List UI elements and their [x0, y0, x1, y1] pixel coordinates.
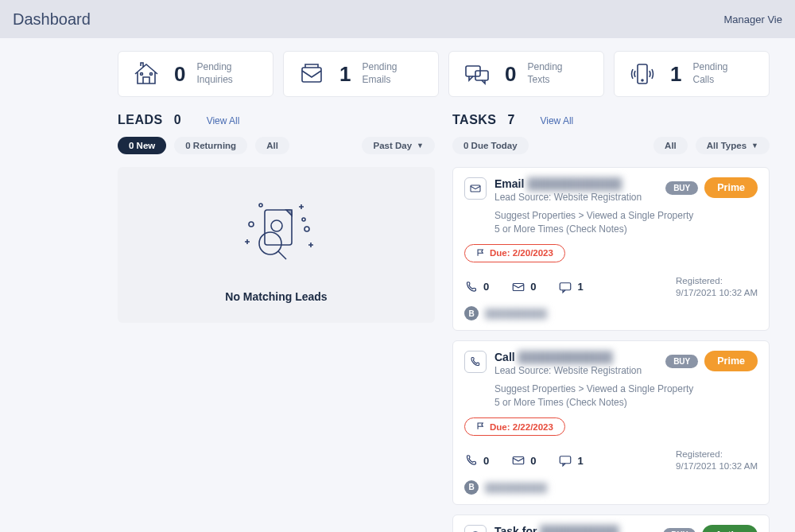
svg-point-8: [271, 220, 282, 231]
pending-emails-card[interactable]: 1 PendingEmails: [283, 51, 439, 97]
empty-illustration-icon: [221, 188, 332, 278]
registered-info: Registered:9/17/2021 10:32 AM: [676, 449, 758, 472]
svg-point-14: [259, 204, 262, 207]
lead-source: Lead Source: Website Registration: [494, 365, 657, 376]
pending-calls-card[interactable]: 1 PendingCalls: [614, 51, 770, 97]
phone-icon: [464, 351, 487, 373]
task-description: Suggest Properties > Viewed a Single Pro…: [494, 209, 701, 236]
leads-title: LEADS: [118, 113, 163, 127]
lead-source: Lead Source: Website Registration: [494, 192, 657, 203]
due-date-pill: Due: 2/20/2023: [464, 244, 565, 262]
texts-count: 0: [505, 62, 516, 87]
page-title: Dashboard: [13, 10, 91, 29]
house-icon: [130, 60, 163, 88]
leads-count: 0: [174, 113, 181, 127]
main-content: 0 PendingInquiries 1 PendingEmails 0 Pen…: [0, 38, 795, 532]
flag-icon: [476, 248, 485, 258]
manager-view-link[interactable]: Manager Vie: [724, 14, 782, 25]
inquiries-count: 0: [174, 62, 185, 87]
text-icon: [460, 60, 494, 88]
tasks-list: Email ████████████Lead Source: Website R…: [452, 167, 770, 532]
chevron-down-icon: ▼: [751, 142, 758, 150]
svg-rect-4: [475, 71, 488, 80]
emails-stat[interactable]: 0: [511, 280, 536, 294]
tasks-view-all-link[interactable]: View All: [540, 115, 573, 126]
agent-avatar[interactable]: B: [464, 480, 479, 495]
calls-stat[interactable]: 0: [464, 453, 489, 468]
svg-rect-15: [471, 185, 480, 192]
calls-count: 1: [670, 62, 681, 87]
svg-rect-2: [302, 68, 321, 82]
task-card[interactable]: Call ████████████Lead Source: Website Re…: [452, 340, 770, 504]
leads-filter-all[interactable]: All: [255, 137, 289, 154]
task-description: Suggest Properties > Viewed a Single Pro…: [494, 382, 701, 410]
task-card[interactable]: Email ████████████Lead Source: Website R…: [452, 167, 770, 331]
svg-point-9: [259, 232, 281, 254]
leads-filter-new[interactable]: 0 New: [118, 137, 166, 154]
pending-inquiries-card[interactable]: 0 PendingInquiries: [118, 51, 273, 97]
svg-point-6: [642, 80, 643, 81]
calls-label: PendingCalls: [692, 61, 727, 86]
tasks-title: TASKS: [452, 113, 497, 127]
texts-stat[interactable]: 1: [558, 280, 583, 294]
status-badge: Prime: [704, 177, 758, 198]
agent-avatar[interactable]: B: [464, 306, 479, 320]
svg-rect-17: [560, 282, 572, 289]
svg-rect-19: [560, 456, 572, 464]
top-bar: Dashboard Manager Vie: [0, 0, 795, 38]
clock-icon: [464, 525, 487, 532]
leads-range-dropdown[interactable]: Past Day▼: [362, 137, 435, 154]
emails-stat[interactable]: 0: [511, 453, 536, 468]
buy-badge: BUY: [663, 528, 696, 532]
calls-stat[interactable]: 0: [464, 280, 489, 294]
agent-name: ██████████: [485, 483, 547, 492]
task-title: Task for ██████████: [494, 525, 655, 532]
agent-name: ██████████: [485, 309, 547, 318]
leads-section: LEADS 0 View All 0 New 0 Returning All P…: [118, 113, 435, 532]
tasks-section: TASKS 7 View All 0 Due Today All All Typ…: [452, 113, 770, 532]
texts-label: PendingTexts: [527, 61, 562, 86]
pending-texts-card[interactable]: 0 PendingTexts: [448, 51, 604, 97]
task-card[interactable]: Task for ██████████Contact Delay: Februa…: [452, 515, 770, 532]
stat-cards-row: 0 PendingInquiries 1 PendingEmails 0 Pen…: [118, 51, 770, 97]
inquiries-label: PendingInquiries: [196, 61, 232, 86]
status-badge: Active: [702, 525, 758, 532]
phone-icon: [626, 60, 659, 88]
envelope-icon: [464, 177, 487, 200]
buy-badge: BUY: [665, 181, 698, 195]
svg-line-10: [278, 251, 286, 259]
texts-stat[interactable]: 1: [558, 453, 583, 468]
task-title: Email ████████████: [494, 177, 657, 190]
registered-info: Registered:9/17/2021 10:32 AM: [676, 275, 758, 299]
due-date-pill: Due: 2/22/2023: [464, 417, 565, 436]
tasks-count: 7: [508, 113, 515, 127]
tasks-filter-all[interactable]: All: [653, 137, 688, 154]
svg-point-1: [150, 73, 153, 76]
leads-view-all-link[interactable]: View All: [207, 115, 240, 126]
svg-point-0: [141, 73, 143, 76]
svg-point-13: [304, 227, 309, 231]
tasks-types-dropdown[interactable]: All Types▼: [696, 137, 770, 154]
emails-count: 1: [339, 62, 351, 87]
status-badge: Prime: [704, 351, 758, 371]
svg-point-11: [249, 222, 254, 227]
chevron-down-icon: ▼: [417, 142, 424, 150]
svg-point-12: [302, 218, 305, 221]
svg-rect-18: [513, 457, 524, 464]
email-icon: [295, 60, 328, 88]
buy-badge: BUY: [665, 355, 698, 368]
flag-icon: [476, 421, 485, 432]
leads-filter-returning[interactable]: 0 Returning: [174, 137, 247, 154]
svg-rect-7: [265, 210, 292, 245]
leads-empty-state: No Matching Leads: [118, 167, 435, 323]
svg-rect-16: [513, 283, 524, 290]
task-title: Call ████████████: [494, 351, 657, 363]
emails-label: PendingEmails: [362, 61, 397, 86]
empty-text: No Matching Leads: [225, 290, 327, 303]
tasks-filter-due[interactable]: 0 Due Today: [452, 137, 529, 154]
